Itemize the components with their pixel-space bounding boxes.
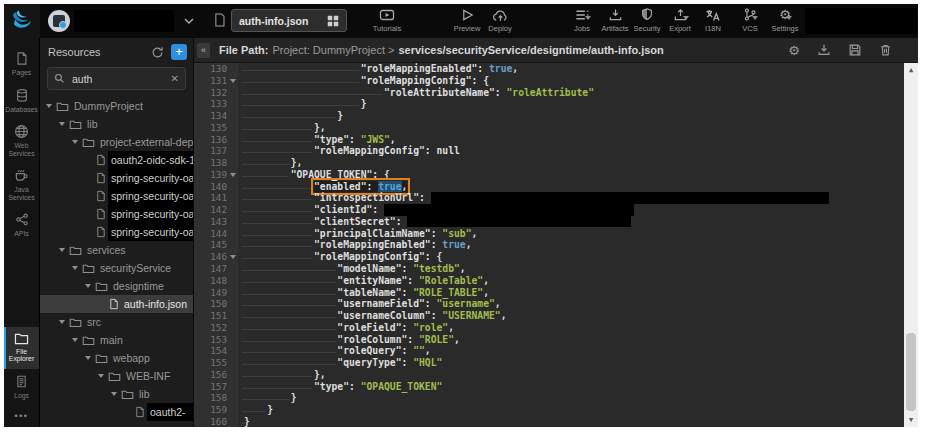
rail-item-databases[interactable]: Databases bbox=[4, 83, 39, 120]
code-line[interactable]: } bbox=[244, 110, 904, 122]
code-line[interactable]: "roleMappingEnabled": true, bbox=[244, 63, 904, 75]
expand-arrow-icon[interactable] bbox=[59, 320, 65, 324]
save-file-icon[interactable] bbox=[848, 43, 862, 57]
download-file-icon[interactable] bbox=[817, 43, 831, 57]
tree-item-lib[interactable]: lib bbox=[40, 115, 193, 133]
grid-icon[interactable] bbox=[327, 15, 339, 27]
vertical-scrollbar[interactable]: ▲ ▼ bbox=[904, 63, 918, 427]
refresh-icon[interactable] bbox=[151, 46, 164, 59]
clear-search-icon[interactable]: ✕ bbox=[171, 73, 179, 84]
tree-item-spring-security-oau[interactable]: spring-security-oau bbox=[40, 205, 193, 223]
fold-arrow-icon[interactable] bbox=[230, 173, 236, 177]
tab-auth-info-json[interactable]: auth-info.json bbox=[231, 9, 347, 32]
expand-arrow-icon[interactable] bbox=[72, 140, 78, 144]
code-line[interactable]: "enabled": true, bbox=[244, 181, 904, 193]
tree-item-spring-security-oau[interactable]: spring-security-oau bbox=[40, 169, 193, 187]
folder-icon bbox=[56, 101, 69, 112]
tree-item-web-inf[interactable]: WEB-INF bbox=[40, 367, 193, 385]
tree-item-services[interactable]: services bbox=[40, 241, 193, 259]
app-logo[interactable] bbox=[4, 4, 40, 38]
tree-item-oauth2-oidc-sdk-10[interactable]: oauth2-oidc-sdk-10 bbox=[40, 151, 193, 169]
expand-arrow-icon[interactable] bbox=[72, 266, 78, 270]
rail-item-file-explorer[interactable]: File Explorer bbox=[4, 327, 39, 369]
fold-arrow-icon[interactable] bbox=[230, 255, 236, 259]
rail-item-web-services[interactable]: Web Services bbox=[4, 119, 39, 163]
toolbar-button-settings[interactable]: ⚙Settings bbox=[763, 7, 807, 33]
tree-item-lib[interactable]: lib bbox=[40, 385, 193, 403]
code-line[interactable]: "roleColumn": "ROLE", bbox=[244, 334, 904, 346]
api-nodes-icon bbox=[15, 212, 29, 227]
rail-more-button[interactable]: ••• bbox=[4, 405, 39, 427]
code-line[interactable]: "modelName": "testdb", bbox=[244, 263, 904, 275]
expand-arrow-icon[interactable] bbox=[46, 104, 52, 108]
code-line[interactable]: } bbox=[244, 98, 904, 110]
tree-item-src[interactable]: src bbox=[40, 313, 193, 331]
tree-item-project-external-depend[interactable]: project-external-depend bbox=[40, 133, 193, 151]
tree-item-securityservice[interactable]: securityService bbox=[40, 259, 193, 277]
toolbar-button-tutorials[interactable]: Tutorials bbox=[365, 7, 409, 33]
rail-item-java-services[interactable]: Java Services bbox=[4, 163, 39, 207]
collapse-panel-button[interactable]: « bbox=[197, 43, 210, 58]
cloud-upload-icon bbox=[492, 7, 509, 22]
chevron-down-icon bbox=[683, 16, 689, 20]
add-resource-button[interactable]: + bbox=[171, 44, 187, 60]
scroll-down-arrow[interactable]: ▼ bbox=[904, 413, 918, 427]
code-line[interactable]: "roleQuery": "", bbox=[244, 345, 904, 357]
code-line[interactable]: } bbox=[244, 392, 904, 404]
code-line[interactable]: "principalClaimName": "sub", bbox=[244, 228, 904, 240]
expand-arrow-icon[interactable] bbox=[59, 122, 65, 126]
tree-item-auth-info.json[interactable]: auth-info.json bbox=[40, 295, 193, 313]
editor-settings-gear-icon[interactable]: ⚙ bbox=[788, 44, 800, 57]
code-line[interactable]: }, bbox=[244, 122, 904, 134]
code-line[interactable]: "queryType": "HQL" bbox=[244, 357, 904, 369]
tree-item-label: lib bbox=[139, 388, 150, 400]
code-line[interactable]: "OPAQUE_TOKEN": { bbox=[244, 169, 904, 181]
folder-icon bbox=[69, 245, 82, 256]
rail-item-logs[interactable]: Logs bbox=[4, 369, 39, 406]
code-line[interactable]: "type": "JWS", bbox=[244, 134, 904, 146]
expand-arrow-icon[interactable] bbox=[59, 248, 65, 252]
code-line[interactable]: "roleField": "role", bbox=[244, 322, 904, 334]
code-line[interactable]: } bbox=[244, 404, 904, 416]
code-line[interactable]: "roleMappingConfig": null bbox=[244, 145, 904, 157]
project-selector[interactable] bbox=[48, 9, 196, 33]
tree-item-oauth2-[interactable]: oauth2- bbox=[40, 403, 193, 421]
tree-item-spring-security-oau[interactable]: spring-security-oau bbox=[40, 187, 193, 205]
search-input[interactable] bbox=[70, 72, 166, 86]
code-line[interactable]: "tableName": "ROLE_TABLE", bbox=[244, 287, 904, 299]
code-line[interactable]: "usernameField": "username", bbox=[244, 298, 904, 310]
scrollbar-thumb[interactable] bbox=[906, 333, 916, 411]
code-editor[interactable]: 1301311321331341351361371381391401411421… bbox=[194, 63, 918, 427]
code-line[interactable]: "roleAttributeName": "roleAttribute" bbox=[244, 87, 904, 99]
rail-item-pages[interactable]: Pages bbox=[4, 46, 39, 83]
code-line[interactable]: "entityName": "RoleTable", bbox=[244, 275, 904, 287]
code-line[interactable]: }, bbox=[244, 369, 904, 381]
code-line[interactable]: "usernameColumn": "USERNAME", bbox=[244, 310, 904, 322]
expand-arrow-icon[interactable] bbox=[98, 374, 104, 378]
expand-arrow-icon[interactable] bbox=[111, 392, 117, 396]
code-line[interactable]: } bbox=[244, 416, 904, 427]
expand-arrow-icon[interactable] bbox=[85, 284, 91, 288]
tree-item-dummyproject[interactable]: DummyProject bbox=[40, 97, 193, 115]
rail-item-apis[interactable]: APIs bbox=[4, 207, 39, 244]
code-line[interactable]: "clientSecret": bbox=[244, 216, 904, 228]
scroll-up-arrow[interactable]: ▲ bbox=[904, 63, 918, 77]
export-up-icon bbox=[673, 7, 688, 22]
code-line[interactable]: "roleMappingConfig": { bbox=[244, 75, 904, 87]
tree-item-main[interactable]: main bbox=[40, 331, 193, 349]
code-line[interactable]: }, bbox=[244, 157, 904, 169]
wave-logo-icon bbox=[10, 9, 34, 33]
tree-item-webapp[interactable]: webapp bbox=[40, 349, 193, 367]
code-line[interactable]: "roleMappingConfig": { bbox=[244, 251, 904, 263]
code-line[interactable]: "type": "OPAQUE_TOKEN" bbox=[244, 381, 904, 393]
code-line[interactable]: "introspectionUrl": bbox=[244, 192, 904, 204]
expand-arrow-icon[interactable] bbox=[72, 338, 78, 342]
code-line[interactable]: "clientId": bbox=[244, 204, 904, 216]
tree-item-spring-security-oau[interactable]: spring-security-oau bbox=[40, 223, 193, 241]
tree-item-designtime[interactable]: designtime bbox=[40, 277, 193, 295]
expand-arrow-icon[interactable] bbox=[85, 356, 91, 360]
delete-file-icon[interactable] bbox=[879, 43, 892, 57]
toolbar-button-deploy[interactable]: Deploy bbox=[478, 7, 522, 33]
fold-arrow-icon[interactable] bbox=[230, 79, 236, 83]
code-line[interactable]: "roleMappingEnabled": true, bbox=[244, 239, 904, 251]
